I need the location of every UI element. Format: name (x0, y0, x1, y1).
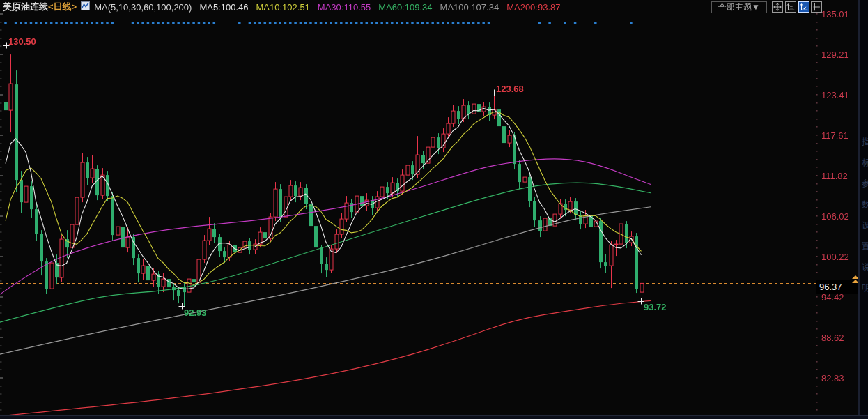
clipped-glyph: 参 (862, 178, 868, 188)
clipped-glyph: 指 (862, 137, 868, 146)
ma100-value: MA100:107.34 (440, 2, 499, 13)
y-axis-label: 88.62 (821, 333, 844, 343)
y-axis-label: 123.41 (821, 90, 849, 100)
indicator-chart-icon[interactable] (81, 1, 90, 13)
header-separator (0, 15, 868, 15)
y-axis-label: 117.61 (821, 130, 848, 141)
right-edge-clipped-panel: 指标参数设置说明 (860, 0, 868, 419)
clipped-glyph: 置 (862, 241, 868, 251)
ma60-value: MA60:109.34 (378, 2, 432, 13)
ma-params-label: MA(5,10,30,60,100,200) (94, 2, 192, 13)
axis-scale-left-icon[interactable] (785, 1, 796, 13)
clipped-glyph: 说 (862, 262, 868, 272)
ma200-value: MA200:93.87 (506, 2, 560, 13)
y-axis-label: 82.83 (821, 373, 844, 383)
clipped-glyph: 标 (862, 158, 868, 167)
ma10-value: MA10:102.51 (256, 2, 310, 13)
clipped-glyph: 设 (862, 220, 868, 230)
extremum-label: 123.68 (496, 84, 524, 94)
crosshair-move-icon[interactable] (772, 1, 783, 13)
y-axis-label: 129.21 (821, 49, 849, 60)
y-axis-label: 111.82 (821, 171, 848, 181)
clipped-glyph: 明 (862, 283, 868, 293)
extremum-label: 130.50 (8, 36, 36, 47)
symbol-title: 美原油连续 (3, 1, 48, 13)
candlestick-chart-canvas[interactable] (0, 0, 868, 419)
y-axis-label: 106.02 (821, 211, 849, 222)
period-label: <日线> (48, 1, 77, 13)
bottom-window-bar (0, 415, 868, 419)
ma30-value: MA30:110.55 (318, 2, 371, 13)
ma5-value: MA5:100.46 (199, 2, 248, 13)
axis-scale-right-icon[interactable] (798, 1, 809, 13)
y-axis-label: 100.22 (821, 252, 849, 262)
axis-pan-right-icon[interactable] (811, 1, 822, 13)
clipped-glyph: 数 (862, 199, 868, 209)
extremum-label: 93.72 (644, 302, 667, 312)
theme-dropdown[interactable]: 全部主题▼ (711, 1, 767, 13)
trading-chart-window: 美原油连续 <日线> MA(5,10,30,60,100,200) MA5:10… (0, 0, 868, 419)
extremum-label: 92.93 (184, 307, 207, 318)
